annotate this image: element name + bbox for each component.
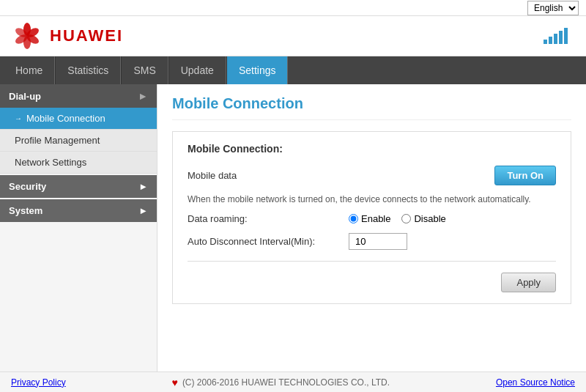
nav-update[interactable]: Update [168,56,226,84]
nav-settings[interactable]: Settings [226,56,289,84]
main-layout: Dial-up ► → Mobile Connection Profile Ma… [0,84,586,371]
language-selector[interactable]: English [527,1,579,15]
data-roaming-label: Data roaming: [188,213,349,224]
apply-button[interactable]: Apply [501,273,556,292]
roaming-enable-label: Enable [361,213,390,224]
sidebar-section-dialup-label: Dial-up [9,91,41,102]
nav-sms[interactable]: SMS [121,56,168,84]
sidebar-section-security-arrow: ► [138,181,148,192]
signal-bar-1 [544,40,547,44]
mobile-data-label: Mobile data [188,170,349,181]
sidebar-item-profile-label: Profile Management [15,135,100,146]
brand-name: HUAWEI [50,26,123,45]
signal-bar-4 [559,31,563,44]
roaming-radio-group: Enable Disable [349,213,446,224]
footer-copyright: (C) 2006-2016 HUAWEI TECHNOLOGIES CO., L… [182,377,390,388]
sidebar-section-dialup-arrow: ► [138,90,148,102]
privacy-policy-link[interactable]: Privacy Policy [11,377,66,388]
sidebar-item-network-settings[interactable]: Network Settings [0,152,157,174]
section-divider [188,261,556,262]
footer-center: ♥ (C) 2006-2016 HUAWEI TECHNOLOGIES CO.,… [172,377,390,388]
header: HUAWEI [0,16,586,56]
sidebar-item-network-label: Network Settings [15,157,86,168]
apply-row: Apply [188,273,556,292]
footer-logo-icon: ♥ [172,377,178,388]
nav-home[interactable]: Home [4,56,55,84]
sidebar-item-profile-management[interactable]: Profile Management [0,130,157,152]
signal-indicator [544,28,575,44]
nav-bar: Home Statistics SMS Update Settings [0,56,586,84]
roaming-enable-option[interactable]: Enable [349,213,390,224]
interval-select[interactable]: 10 20 30 60 Never [349,233,407,250]
top-bar: English [0,0,586,16]
interval-row: Auto Disconnect Interval(Min): 10 20 30 … [188,233,556,250]
content-area: Mobile Connection Mobile Connection: Mob… [157,84,586,371]
sidebar-item-mobile-connection-label: Mobile Connection [26,113,105,124]
turn-on-button[interactable]: Turn On [494,166,556,185]
mobile-data-description: When the mobile network is turned on, th… [188,194,556,204]
sidebar-section-system[interactable]: System ► [0,199,157,222]
mobile-data-row: Mobile data Turn On [188,166,556,185]
interval-label: Auto Disconnect Interval(Min): [188,236,349,247]
roaming-disable-radio[interactable] [401,214,411,223]
nav-statistics[interactable]: Statistics [55,56,121,84]
sidebar: Dial-up ► → Mobile Connection Profile Ma… [0,84,157,371]
sidebar-section-system-arrow: ► [138,205,148,216]
interval-select-wrapper: 10 20 30 60 Never [349,233,407,250]
sidebar-item-mobile-connection[interactable]: → Mobile Connection [0,108,157,130]
signal-bar-3 [554,34,557,44]
signal-bar-2 [549,37,552,44]
logo-area: HUAWEI [11,22,123,50]
sidebar-section-dialup[interactable]: Dial-up ► [0,84,157,108]
signal-bar-5 [564,28,568,44]
data-roaming-row: Data roaming: Enable Disable [188,213,556,224]
mobile-connection-section: Mobile Connection: Mobile data Turn On W… [172,131,571,304]
sidebar-section-security[interactable]: Security ► [0,175,157,198]
footer: Privacy Policy ♥ (C) 2006-2016 HUAWEI TE… [0,371,586,392]
roaming-disable-option[interactable]: Disable [401,213,445,224]
section-title: Mobile Connection: [188,143,556,155]
huawei-logo-icon [11,22,44,50]
opensource-notice-link[interactable]: Open Source Notice [496,377,575,388]
sidebar-section-system-label: System [9,205,42,216]
page-title: Mobile Connection [172,95,571,120]
sidebar-section-security-label: Security [9,181,46,192]
roaming-disable-label: Disable [414,213,445,224]
sidebar-item-arrow: → [15,114,22,122]
roaming-enable-radio[interactable] [349,214,358,223]
